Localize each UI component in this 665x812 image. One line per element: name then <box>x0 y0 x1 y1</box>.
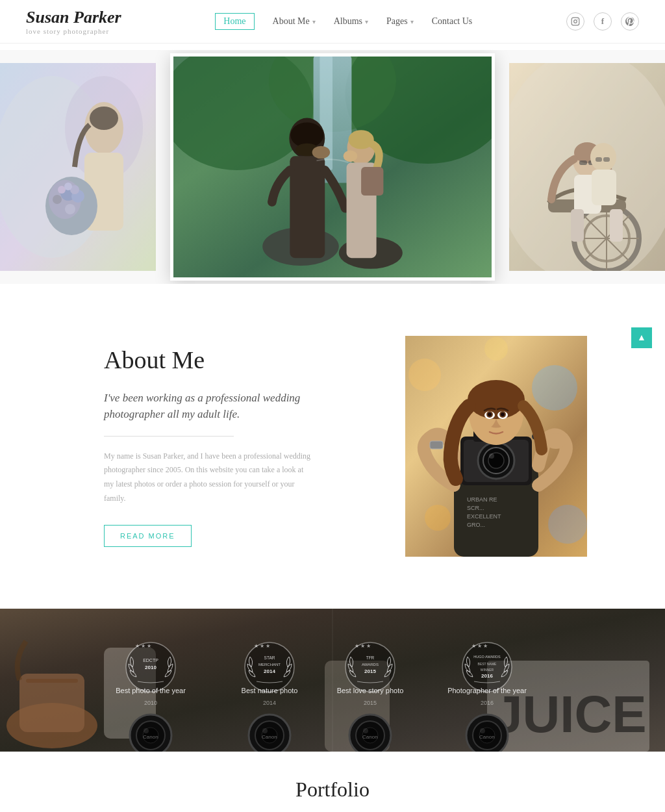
svg-point-15 <box>64 183 72 190</box>
navigation: Susan Parker love story photographer Hom… <box>0 0 665 44</box>
pinterest-icon[interactable] <box>621 12 639 31</box>
svg-point-121 <box>245 642 294 692</box>
svg-text:WINNER: WINNER <box>481 668 494 672</box>
svg-point-78 <box>468 380 525 419</box>
portfolio-section-title: Portfolio <box>0 752 665 808</box>
svg-point-60 <box>548 505 587 544</box>
svg-point-58 <box>532 365 577 411</box>
about-body: My name is Susan Parker, and I have been… <box>104 450 312 505</box>
svg-text:Best love story photo: Best love story photo <box>337 687 404 694</box>
nav-albums[interactable]: Albums ▾ <box>334 16 368 27</box>
svg-text:2016: 2016 <box>481 673 493 679</box>
svg-text:BEST NAME: BEST NAME <box>478 662 497 666</box>
about-divider <box>104 436 234 437</box>
hero-slide-right <box>509 63 665 271</box>
svg-rect-90 <box>26 679 78 683</box>
about-section: About Me I've been working as a professi… <box>0 284 665 609</box>
svg-point-50 <box>590 143 616 171</box>
svg-rect-54 <box>571 209 584 242</box>
svg-text:Canon: Canon <box>262 734 277 740</box>
nav-home[interactable]: Home <box>215 13 254 30</box>
svg-point-1 <box>574 20 577 23</box>
svg-text:★ ★ ★: ★ ★ ★ <box>135 643 151 649</box>
facebook-letter: f <box>601 16 604 27</box>
svg-text:GRO...: GRO... <box>467 522 485 528</box>
svg-point-113 <box>480 728 485 733</box>
flowers-image <box>0 63 156 271</box>
instagram-icon[interactable] <box>566 12 584 31</box>
svg-text:Best photo of the year: Best photo of the year <box>116 687 186 694</box>
svg-text:URBAN RE: URBAN RE <box>467 496 497 503</box>
svg-text:TFR: TFR <box>366 655 375 660</box>
about-title: About Me <box>104 346 312 374</box>
svg-text:STAR: STAR <box>264 655 275 660</box>
svg-text:AWARDS: AWARDS <box>362 663 379 666</box>
svg-point-74 <box>489 453 494 459</box>
svg-rect-52 <box>596 157 602 162</box>
svg-text:Canon: Canon <box>362 734 378 740</box>
back-to-top-button[interactable]: ▲ <box>631 327 652 348</box>
svg-point-16 <box>53 195 62 204</box>
svg-rect-55 <box>610 209 623 242</box>
svg-text:Best nature photo: Best nature photo <box>242 687 298 694</box>
svg-text:2010: 2010 <box>144 700 157 706</box>
svg-point-35 <box>344 151 358 162</box>
about-arrow: ▾ <box>312 18 316 25</box>
svg-text:2015: 2015 <box>364 700 377 706</box>
svg-point-12 <box>65 204 75 214</box>
svg-point-68 <box>546 433 566 449</box>
read-more-button[interactable]: READ MORE <box>104 525 192 547</box>
about-image: URBAN RE SCR... EXCELLENT GRO... <box>405 336 587 557</box>
svg-text:2010: 2010 <box>145 665 157 670</box>
svg-text:★ ★ ★: ★ ★ ★ <box>254 643 270 649</box>
about-tagline: I've been working as a professional wedd… <box>104 390 312 423</box>
svg-point-84 <box>501 412 505 416</box>
svg-point-98 <box>144 728 149 733</box>
logo[interactable]: Susan Parker love story photographer <box>26 8 121 35</box>
svg-rect-27 <box>290 156 325 258</box>
social-icons: f <box>566 12 639 31</box>
svg-point-128 <box>345 642 395 692</box>
svg-rect-53 <box>603 157 610 162</box>
svg-text:EDCTP: EDCTP <box>143 658 158 663</box>
svg-point-81 <box>488 412 492 416</box>
svg-text:★ ★ ★: ★ ★ ★ <box>355 643 371 649</box>
svg-rect-48 <box>579 160 587 165</box>
svg-point-57 <box>408 359 441 391</box>
svg-text:Canon: Canon <box>479 734 495 740</box>
svg-text:MERCHANT: MERCHANT <box>258 663 281 666</box>
svg-point-61 <box>484 337 508 361</box>
albums-arrow: ▾ <box>365 18 368 25</box>
hero-carousel <box>0 50 665 284</box>
svg-rect-33 <box>361 167 383 196</box>
svg-point-59 <box>425 505 451 531</box>
svg-point-2 <box>577 19 578 19</box>
svg-point-103 <box>262 728 268 733</box>
svg-text:Canon: Canon <box>143 734 158 740</box>
site-tagline: love story photographer <box>26 27 109 35</box>
svg-point-34 <box>312 146 330 159</box>
motorcycle-image <box>509 63 665 271</box>
svg-text:EXCELLENT: EXCELLENT <box>467 513 501 520</box>
svg-text:2014: 2014 <box>263 700 276 706</box>
svg-point-135 <box>462 642 512 692</box>
svg-point-17 <box>90 107 118 130</box>
svg-text:2016: 2016 <box>481 700 494 706</box>
svg-text:2015: 2015 <box>364 668 376 674</box>
nav-pages[interactable]: Pages ▾ <box>386 16 414 27</box>
site-name: Susan Parker <box>26 8 121 27</box>
nav-about[interactable]: About Me ▾ <box>273 16 316 27</box>
waterfall-image <box>173 57 492 277</box>
about-text: About Me I've been working as a professi… <box>104 346 312 547</box>
awards-background: JUICE Canon Canon Canon C <box>0 609 665 752</box>
svg-text:2014: 2014 <box>264 668 275 674</box>
portfolio-label: Portfolio <box>295 778 370 801</box>
svg-rect-0 <box>571 18 579 25</box>
nav-contact[interactable]: Contact Us <box>432 16 473 27</box>
photographer-image: URBAN RE SCR... EXCELLENT GRO... <box>405 336 587 557</box>
facebook-icon[interactable]: f <box>594 12 612 31</box>
nav-links: Home About Me ▾ Albums ▾ Pages ▾ Contact… <box>215 13 472 30</box>
svg-point-108 <box>363 728 368 733</box>
svg-text:SCR...: SCR... <box>467 505 484 511</box>
svg-text:★ ★ ★: ★ ★ ★ <box>471 643 488 649</box>
